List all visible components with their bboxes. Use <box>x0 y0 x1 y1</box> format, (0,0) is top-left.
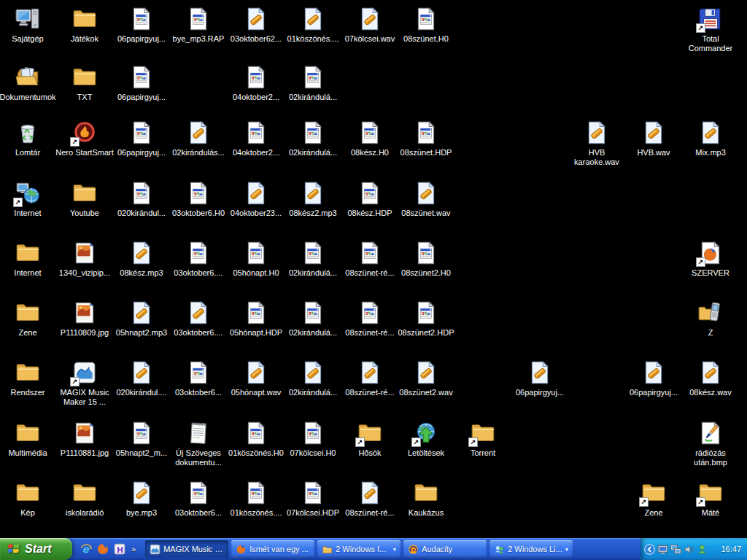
desktop-icon[interactable]: 07kölcsei.wav <box>339 6 400 44</box>
desktop-icon[interactable]: P1110881.jpg <box>54 420 115 458</box>
desktop-icon[interactable]: 08szünet.wav <box>395 180 457 218</box>
desktop-icon[interactable]: 9%a05hónapt.H0 <box>225 240 287 278</box>
taskbar-task-button[interactable]: 2 Windows I...▾ <box>317 540 400 558</box>
desktop-icon[interactable]: 9%a08kész.HDP <box>339 180 400 218</box>
desktop-icon[interactable]: Dokumentumok <box>0 64 58 102</box>
taskbar-task-button[interactable]: 2 Windows Li...▾ <box>489 540 573 558</box>
desktop-icon[interactable]: Rendszer <box>0 359 58 397</box>
desktop-icon[interactable]: 9%a04oktober2... <box>225 64 287 102</box>
desktop-icon[interactable]: 9%a03oktober6.H0 <box>168 180 229 218</box>
desktop-icon[interactable]: ↗Internet <box>0 180 58 218</box>
desktop-icon[interactable]: 020kirándul.... <box>111 359 172 397</box>
desktop-icon[interactable]: Lomtár <box>0 120 58 158</box>
taskbar-task-button[interactable]: Audacity <box>403 540 487 558</box>
desktop-icon[interactable]: HVB.wav <box>623 120 684 158</box>
desktop-icon[interactable]: Kaukázus <box>395 480 457 518</box>
desktop-icon-label: Z <box>708 328 713 338</box>
tray-messenger-icon[interactable] <box>697 544 708 555</box>
desktop-icon[interactable]: ↗Total Commander <box>680 6 741 53</box>
desktop-icon[interactable]: 9%a03oktober6... <box>168 480 229 518</box>
desktop-icon[interactable]: 9%a02kirándulá... <box>282 64 344 102</box>
desktop-icon[interactable]: 9%a08szünet2.H0 <box>395 240 457 278</box>
desktop-icon[interactable]: 05hónapt.wav <box>225 359 287 397</box>
desktop-icon[interactable]: 9%a020kirándul... <box>111 180 172 218</box>
desktop-icon[interactable]: 06papirgyuj... <box>509 359 570 397</box>
desktop-icon[interactable]: 9%a08szünet.HDP <box>395 120 457 158</box>
desktop-icon[interactable]: 9%a06papirgyuj... <box>111 64 172 102</box>
desktop-icon[interactable]: 05hnapt2.mp3 <box>111 300 172 338</box>
taskbar-task-button[interactable]: MAGIX Music M... <box>145 540 228 558</box>
desktop-icon[interactable]: 02kirándulá... <box>282 359 344 397</box>
quick-launch-overflow-chevron[interactable]: » <box>130 545 137 553</box>
desktop-icon[interactable]: 9%a01köszönés.H0 <box>225 420 287 458</box>
desktop-icon[interactable]: 9%a07kölcsei.H0 <box>282 420 344 458</box>
desktop-icon[interactable]: 08szünet-ré... <box>339 480 400 518</box>
desktop-icon[interactable]: 1340_vizipip... <box>54 240 115 278</box>
desktop-icon[interactable]: Zene <box>0 300 58 338</box>
desktop-icon[interactable]: 08kész2.mp3 <box>282 180 344 218</box>
desktop-icon[interactable]: 9%a02kirándulá... <box>282 300 344 338</box>
desktop-icon[interactable]: 9%a08szünet.H0 <box>395 6 457 44</box>
desktop-icon[interactable]: 9%abye_mp3.RAP <box>168 6 229 44</box>
desktop-icon[interactable]: 9%a03oktober6... <box>168 359 229 397</box>
desktop-icon[interactable]: Z <box>680 300 741 338</box>
desktop-icon[interactable]: 08kész.mp3 <box>111 240 172 278</box>
internet-explorer-icon[interactable]: e <box>80 542 93 556</box>
desktop-icon[interactable]: 9%a02kirándulá... <box>282 240 344 278</box>
firefox-icon[interactable] <box>96 542 109 556</box>
desktop-icon[interactable]: Új Szöveges dokumentu... <box>168 420 229 467</box>
desktop-icon[interactable]: 04oktober23... <box>225 180 287 218</box>
desktop-icon[interactable]: 9%a01köszönés.... <box>225 480 287 518</box>
tray-display-icon[interactable] <box>657 544 668 555</box>
tray-network-icon[interactable] <box>670 544 681 555</box>
task-group-dropdown-icon[interactable]: ▾ <box>565 546 568 553</box>
taskbar-task-button[interactable]: Ismét van egy ... <box>231 540 314 558</box>
desktop-icon[interactable]: iskolarádió <box>54 480 115 518</box>
desktop-icon[interactable]: 9%a08szünet-ré... <box>339 240 400 278</box>
desktop-icon[interactable]: ↗Letöltések <box>395 420 457 458</box>
desktop-icon[interactable]: Sajátgép <box>0 6 58 44</box>
desktop-icon[interactable]: Kép <box>0 480 58 518</box>
desktop-icon[interactable]: ↗Hősök <box>339 420 400 458</box>
desktop-icon[interactable]: 9%a08szünet2.HDP <box>395 300 457 338</box>
desktop-icon[interactable]: Youtube <box>54 180 115 218</box>
desktop-icon[interactable]: 01köszönés.... <box>282 6 344 44</box>
desktop-icon[interactable]: ↗SZERVER <box>680 240 741 278</box>
desktop-icon[interactable]: ↗Máté <box>680 480 741 518</box>
tray-collapse-chevron-icon[interactable] <box>644 544 655 555</box>
start-button[interactable]: Start <box>0 538 72 560</box>
desktop-icon[interactable]: Mix.mp3 <box>680 120 741 158</box>
desktop-icon[interactable]: 9%a08szünet-ré... <box>339 300 400 338</box>
desktop-icon[interactable]: 9%a05hnapt2_m... <box>111 420 172 458</box>
desktop-icon[interactable]: 9%a07kölcsei.HDP <box>282 480 344 518</box>
desktop-icon[interactable]: 9%a03oktober6.... <box>168 240 229 278</box>
desktop-icon[interactable]: 08szünet2.wav <box>395 359 457 397</box>
tray-volume-icon[interactable] <box>684 544 694 555</box>
desktop-icon[interactable]: rádiózás után.bmp <box>680 420 741 467</box>
desktop-icon[interactable]: ↗MAGIX Music Maker 15 ... <box>54 359 115 407</box>
desktop-icon[interactable]: 03oktober62... <box>225 6 287 44</box>
desktop-icon[interactable]: TXT <box>54 64 115 102</box>
desktop-icon[interactable]: ↗Torrent <box>452 420 514 458</box>
desktop-icon[interactable]: Internet <box>0 240 58 278</box>
desktop-icon[interactable]: 06papirgyuj... <box>623 359 684 397</box>
desktop-icon[interactable]: 9%a08kész.H0 <box>339 120 400 158</box>
desktop-icon[interactable]: Játékok <box>54 6 115 44</box>
desktop-icon[interactable]: Multimédia <box>0 420 58 458</box>
desktop-icon[interactable]: ↗Nero StartSmart <box>54 120 115 158</box>
desktop-icon[interactable]: 9%a05hónapt.HDP <box>225 300 287 338</box>
desktop-icon[interactable]: HVB karaoke.wav <box>566 120 627 167</box>
desktop-icon[interactable]: 03oktober6.... <box>168 300 229 338</box>
task-group-dropdown-icon[interactable]: ▾ <box>393 546 396 553</box>
desktop-icon[interactable]: 9%a02kirándulá... <box>282 120 344 158</box>
desktop-icon[interactable]: bye.mp3 <box>111 480 172 518</box>
media-app-icon[interactable]: H <box>113 542 126 556</box>
desktop-icon[interactable]: 9%a06papirgyuj... <box>111 120 172 158</box>
desktop-icon[interactable]: 02kirándulás... <box>168 120 229 158</box>
desktop-icon[interactable]: P1110809.jpg <box>54 300 115 338</box>
desktop-icon[interactable]: 9%a06papirgyuj... <box>111 6 172 44</box>
desktop-icon[interactable]: ↗Zene <box>623 480 684 518</box>
desktop-icon[interactable]: 08kész.wav <box>680 359 741 397</box>
desktop-icon[interactable]: 08szünet-ré... <box>339 359 400 397</box>
desktop-icon[interactable]: 9%a04oktober2... <box>225 120 287 158</box>
